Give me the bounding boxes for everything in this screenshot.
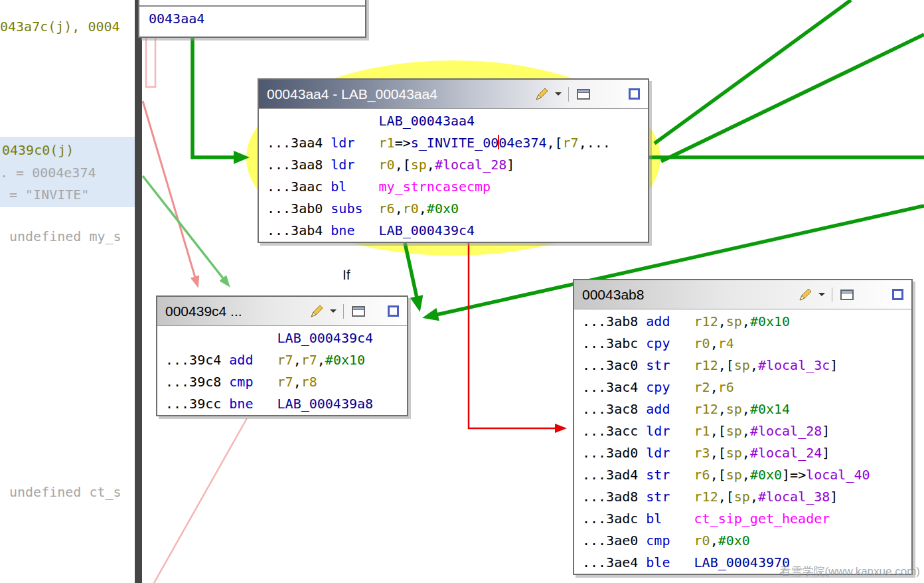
asm-row[interactable]: 0043aa4 — [139, 7, 365, 31]
window-icon[interactable] — [350, 303, 367, 320]
block-00043ab8: 00043ab8 ...3ab8 add r12,sp,#0x10 ...3ab… — [573, 279, 913, 575]
edit-label-icon[interactable] — [308, 303, 325, 320]
asm-instruction-row[interactable]: ...3ad8 str r12,[sp,#local_38] — [574, 486, 911, 508]
asm-label[interactable]: LAB_000439c4 — [157, 327, 407, 349]
edit-label-icon[interactable] — [533, 86, 550, 103]
window-icon[interactable] — [838, 286, 856, 303]
edge-fallthrough-00043aa4-to-00043ab8[interactable] — [469, 243, 563, 428]
block-header[interactable]: 00043ab8 — [574, 280, 911, 309]
toolbar-separator — [568, 87, 569, 102]
asm-instruction-row[interactable]: ...3abc cpy r0,r4 — [574, 333, 911, 355]
asm-instruction-row[interactable]: ...3ad4 str r6,[sp,#0x0]=>local_40 — [574, 464, 911, 486]
edge-out-000439c4-bottom[interactable] — [154, 418, 247, 583]
edge-into-000439c4-palegreen[interactable] — [143, 176, 228, 284]
edge-into-00043aa4[interactable] — [193, 35, 244, 157]
dropdown-caret-icon[interactable] — [554, 86, 562, 103]
selection-frame-icon[interactable] — [384, 303, 402, 320]
asm-instruction-row[interactable]: ...3acc ldr r1,[sp,#local_28] — [574, 420, 911, 442]
asm-instruction-row[interactable]: ...3adc bl ct_sip_get_header — [574, 508, 911, 530]
block-inner-divider — [139, 0, 365, 7]
edge-out-top-right-1[interactable] — [654, 0, 851, 143]
toolbar-separator — [343, 304, 344, 319]
selection-frame-icon[interactable] — [625, 86, 643, 103]
asm-instruction-row[interactable]: ...3ac0 str r12,[sp,#local_3c] — [574, 355, 911, 376]
asm-instruction-row[interactable]: ...3aac bl my_strncasecmp — [259, 176, 648, 198]
asm-instruction-row[interactable]: ...3aa4 ldr r1=>s_INVITE_0004e374,[r7,..… — [259, 132, 648, 154]
asm-instruction-row[interactable]: ...39c8 cmp r7,r8 — [157, 371, 407, 393]
edge-out-top-right-2[interactable] — [661, 35, 924, 161]
block-title: 000439c4 ... — [165, 303, 242, 319]
edge-into-000439c4-pink[interactable] — [143, 101, 197, 284]
asm-instruction-row[interactable]: ...39cc bne LAB_000439a8 — [157, 393, 407, 415]
asm-label[interactable]: LAB_00043aa4 — [259, 110, 648, 132]
asm-instruction-row[interactable]: ...3ac8 add r12,sp,#0x14 — [574, 398, 911, 420]
watermark: 看雪学院(www.kanxue.com) — [779, 564, 920, 579]
block-header[interactable]: 00043aa4 - LAB_00043aa4 — [259, 80, 648, 109]
asm-instruction-row[interactable]: ...3aa8 ldr r0,[sp,#local_28] — [259, 154, 648, 176]
selection-frame-icon[interactable] — [889, 286, 906, 303]
asm-instruction-row[interactable]: ...3ac4 cpy r2,r6 — [574, 376, 911, 398]
edit-label-icon[interactable] — [797, 286, 814, 303]
asm-instruction-row[interactable]: ...39c4 add r7,r7,#0x10 — [157, 349, 407, 371]
block-00043aa4: 00043aa4 - LAB_00043aa4 LAB_00043aa4 ...… — [258, 78, 649, 243]
asm-instruction-row[interactable]: ...3ab4 bne LAB_000439c4 — [259, 220, 648, 242]
block-header[interactable]: 000439c4 ... — [157, 297, 407, 326]
dropdown-caret-icon[interactable] — [329, 303, 337, 320]
asm-instruction-row[interactable]: ...3ab8 add r12,sp,#0x10 — [574, 311, 911, 333]
asm-instruction-row[interactable]: ...3ad0 ldr r3,[sp,#local_24] — [574, 442, 911, 464]
window-icon[interactable] — [575, 86, 592, 103]
asm-instruction-row[interactable]: ...3ae0 cmp r0,#0x0 — [574, 530, 911, 552]
block-000439c4: 000439c4 ... LAB_000439c4 ...39c4 add r7… — [156, 295, 408, 416]
block-title: 00043aa4 - LAB_00043aa4 — [267, 86, 437, 102]
block-partial-top: 0043aa4 — [138, 0, 366, 38]
block-title: 00043ab8 — [582, 287, 644, 303]
edge-loop-top[interactable] — [146, 38, 155, 87]
toolbar-separator — [832, 288, 832, 302]
asm-instruction-row[interactable]: ...3ab0 subs r6,r0,#0x0 — [259, 198, 648, 220]
edge-label: If — [343, 267, 350, 283]
dropdown-caret-icon[interactable] — [818, 286, 826, 303]
